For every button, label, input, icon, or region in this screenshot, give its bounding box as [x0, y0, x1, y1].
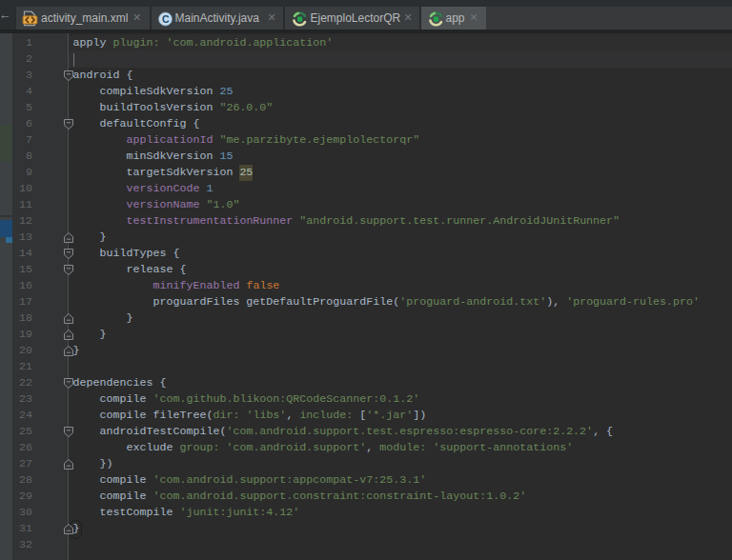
svg-text:C: C: [161, 13, 169, 25]
